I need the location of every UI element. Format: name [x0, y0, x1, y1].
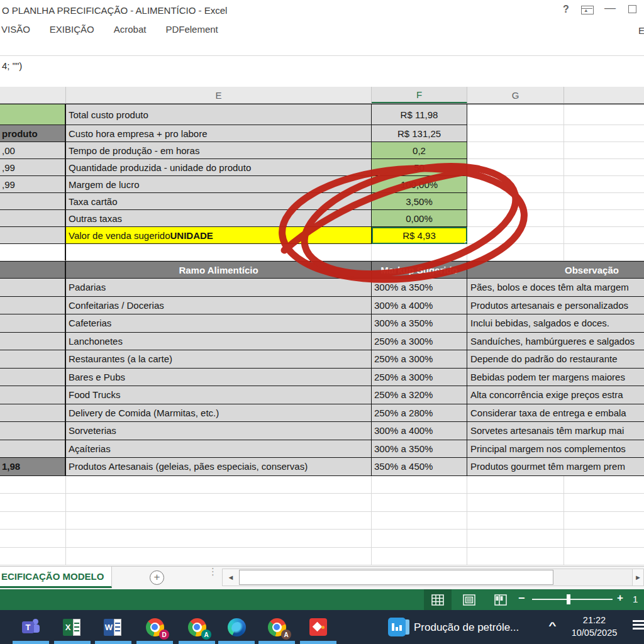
table-ramo-9[interactable]: Açaíterias [66, 440, 372, 458]
cell-value-2[interactable]: 0,2 [372, 142, 467, 159]
ribbon-tab-visão[interactable]: VISÃO [1, 24, 30, 35]
empty-cell[interactable] [66, 476, 372, 494]
cell-value-7[interactable]: R$ 4,93 [372, 227, 467, 244]
table-markup-8[interactable]: 300% a 400% [372, 422, 467, 440]
empty-cell[interactable] [372, 494, 467, 512]
restore-icon[interactable] [628, 5, 636, 13]
cell-spacer[interactable] [66, 244, 372, 261]
table-ramo-6[interactable]: Food Trucks [66, 386, 372, 404]
table-left-6[interactable] [0, 386, 66, 404]
table-left-1[interactable] [0, 297, 66, 315]
chrome-a-teal-icon[interactable]: A [186, 617, 208, 637]
fill-handle[interactable] [465, 242, 467, 244]
cell-left-3[interactable]: ,99 [0, 159, 66, 176]
cell-g-6[interactable] [467, 210, 564, 227]
empty-cell[interactable] [66, 548, 372, 566]
cell-g-0[interactable] [467, 104, 564, 125]
table-header-markup[interactable]: Markup Sugerido [372, 262, 467, 279]
cell-label-6[interactable]: Outras taxas [66, 210, 372, 227]
cell-label-2[interactable]: Tempo de produção - em horas [66, 142, 372, 159]
table-obs-8[interactable]: Sorvetes artesanais têm markup mai [467, 422, 644, 440]
cell-h-2[interactable] [564, 142, 644, 159]
table-left-0[interactable] [0, 279, 66, 297]
column-header-F[interactable]: F [372, 87, 467, 103]
cell-left-5[interactable] [0, 193, 66, 210]
empty-cell[interactable] [372, 548, 467, 566]
minimize-icon[interactable]: — [604, 1, 616, 14]
cell-label-7[interactable]: Valor de venda sugerido UNIDADE [66, 227, 372, 244]
empty-cell[interactable] [467, 530, 564, 548]
empty-cell[interactable] [0, 530, 66, 548]
table-ramo-8[interactable]: Sorveterias [66, 422, 372, 440]
chrome-a-brown-icon[interactable]: A [266, 617, 287, 637]
cell-spacer[interactable] [372, 244, 467, 261]
table-obs-7[interactable]: Considerar taxa de entrega e embala [467, 404, 644, 423]
zoom-in-icon[interactable]: + [617, 592, 623, 604]
cell-h-3[interactable] [564, 159, 644, 176]
column-header-H[interactable] [564, 87, 644, 103]
cell-value-4[interactable]: 100,00% [372, 176, 467, 193]
ribbon-tab-exibição[interactable]: EXIBIÇÃO [50, 24, 94, 35]
table-left-8[interactable] [0, 422, 66, 440]
ribbon-display-options-icon[interactable] [581, 6, 594, 14]
help-icon[interactable]: ? [563, 4, 569, 15]
cell-left-6[interactable] [0, 210, 66, 227]
table-markup-6[interactable]: 250% a 320% [372, 386, 467, 404]
cell-label-1[interactable]: Custo hora empresa + pro labore [66, 125, 372, 142]
table-obs-9[interactable]: Principal margem nos complementos [467, 440, 644, 458]
table-header-left[interactable] [0, 262, 66, 279]
horizontal-scrollbar[interactable]: ◄ ► [222, 569, 644, 586]
empty-cell[interactable] [66, 512, 372, 530]
signin-text-partial[interactable]: E [638, 25, 644, 36]
empty-cell[interactable] [564, 476, 644, 494]
empty-cell[interactable] [467, 548, 564, 566]
edge-icon[interactable] [226, 617, 247, 637]
red-diamond-app-icon[interactable] [308, 617, 329, 637]
cell-h-1[interactable] [564, 125, 644, 142]
table-left-5[interactable] [0, 369, 66, 387]
cell-left-7[interactable] [0, 227, 66, 244]
cell-g-7[interactable] [467, 227, 564, 244]
table-left-4[interactable] [0, 350, 66, 369]
cell-label-4[interactable]: Margem de lucro [66, 176, 372, 193]
cell-left-spacer[interactable] [0, 244, 66, 261]
add-sheet-icon[interactable]: + [150, 570, 164, 585]
scroll-left-icon[interactable]: ◄ [223, 569, 239, 586]
table-header-ramo[interactable]: Ramo Alimentício [66, 262, 372, 279]
page-break-view-icon[interactable] [487, 589, 514, 610]
table-ramo-2[interactable]: Cafeterias [66, 314, 372, 333]
taskbar-clock[interactable]: 21:22 10/05/2025 [567, 614, 621, 639]
formula-bar[interactable]: 4; "") [2, 60, 22, 71]
empty-cell[interactable] [564, 494, 644, 512]
cell-label-3[interactable]: Quantidade produzida - unidade do produt… [66, 159, 372, 176]
zoom-slider-track[interactable] [532, 599, 613, 600]
column-header-G[interactable]: G [467, 87, 564, 103]
empty-cell[interactable] [0, 494, 66, 512]
table-markup-5[interactable]: 250% a 300% [372, 369, 467, 387]
table-markup-2[interactable]: 300% a 350% [372, 314, 467, 333]
empty-cell[interactable] [564, 530, 644, 548]
cell-h-0[interactable] [564, 104, 644, 125]
empty-cell[interactable] [0, 476, 66, 494]
cell-left-4[interactable]: ,99 [0, 176, 66, 193]
chrome-d-icon[interactable]: D [144, 617, 165, 637]
cell-left-0[interactable] [0, 104, 66, 125]
table-left-2[interactable] [0, 314, 66, 333]
empty-cell[interactable] [467, 494, 564, 512]
empty-cell[interactable] [564, 548, 644, 566]
cell-spacer[interactable] [564, 244, 644, 261]
page-layout-view-icon[interactable] [455, 589, 483, 610]
tray-app-icon[interactable] [388, 618, 408, 636]
cell-h-5[interactable] [564, 193, 644, 210]
sheet-tab-precificacao-modelo[interactable]: ECIFICAÇÃO MODELO [0, 567, 112, 588]
teams-icon[interactable]: T [20, 617, 42, 637]
table-header-observacao[interactable]: Observação [467, 262, 644, 279]
zoom-out-icon[interactable]: − [518, 592, 525, 605]
table-ramo-4[interactable]: Restaurantes (a la carte) [66, 350, 372, 369]
cell-label-0[interactable]: Total custo produto [66, 104, 372, 125]
column-header-partial[interactable] [0, 87, 66, 103]
ribbon-tab-pdfelement[interactable]: PDFelement [165, 24, 218, 35]
table-ramo-10[interactable]: Produtos Artesanais (geleias, pães espec… [66, 458, 372, 476]
table-markup-7[interactable]: 250% a 280% [372, 404, 467, 423]
cell-value-0[interactable]: R$ 11,98 [372, 104, 467, 125]
